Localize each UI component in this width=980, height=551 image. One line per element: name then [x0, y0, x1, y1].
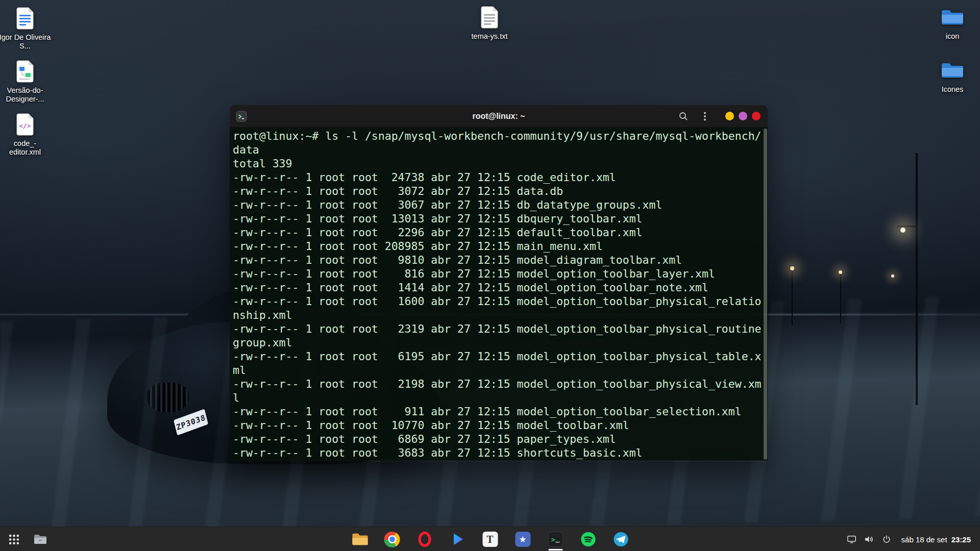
desktop-icon-icon-folder[interactable]: icon — [926, 5, 979, 41]
terminal-line: -rw-r--r-- 1 root root 2296 abr 27 12:15… — [233, 226, 761, 239]
minimize-button[interactable] — [725, 112, 734, 120]
desktop-icon-icones-folder[interactable]: Icones — [926, 58, 979, 94]
desktop-icon-label: icon — [946, 32, 960, 41]
spotify-icon — [580, 531, 596, 547]
text-editor-icon: T — [482, 532, 498, 547]
dock-opera-button[interactable] — [413, 527, 437, 551]
volume-icon[interactable] — [862, 527, 877, 551]
streetlight-glow — [891, 274, 894, 278]
file-manager-icon — [34, 533, 47, 545]
dock-files-button[interactable] — [348, 527, 372, 551]
power-icon[interactable] — [879, 527, 894, 551]
terminal-line: -rw-r--r-- 1 root root 2198 abr 27 12:15… — [233, 377, 761, 391]
telegram-icon — [612, 531, 629, 547]
desktop-icon-igor-de-oliveira[interactable]: Igor De Oliveira S... — [0, 6, 52, 50]
opera-icon — [419, 532, 431, 547]
terminal-line: -rw-r--r-- 1 root root 3067 abr 27 12:15… — [233, 198, 761, 212]
desktop-icon-label: tema-ys.txt — [472, 32, 508, 41]
dock-terminal-button[interactable]: >_ — [544, 527, 568, 551]
streetlight-glow — [839, 270, 842, 274]
streetlight-arm — [897, 226, 918, 227]
terminal-line: -rw-r--r-- 1 root root 24738 abr 27 12:1… — [233, 170, 761, 184]
taskbar-tray: sáb 18 de set 23:25 — [844, 527, 975, 551]
terminal-icon: >_ — [548, 532, 563, 547]
svg-text:</>: </> — [19, 122, 31, 130]
star-icon: ★ — [515, 532, 530, 547]
desktop-icon-code-editor-xml[interactable]: </> code_-editor.xml — [0, 112, 52, 156]
terminal-titlebar[interactable]: root@linux: ~ — [230, 105, 768, 128]
file-manager-button[interactable] — [29, 527, 52, 551]
clock-date: sáb 18 de set — [901, 535, 947, 544]
close-button[interactable] — [752, 112, 761, 120]
terminal-line: group.xml — [233, 336, 761, 349]
play-icon — [449, 531, 465, 547]
car-grille — [147, 383, 189, 412]
folder-icon — [940, 58, 965, 83]
scrollbar-thumb[interactable] — [764, 129, 767, 460]
clock[interactable]: sáb 18 de set 23:25 — [896, 535, 975, 544]
taskbar-dock: T ★ >_ — [348, 527, 633, 551]
terminal-line: -rw-r--r-- 1 root root 6195 abr 27 12:15… — [233, 349, 761, 363]
terminal-line: -rw-r--r-- 1 root root 911 abr 27 12:15 … — [233, 405, 761, 418]
terminal-line: -rw-r--r-- 1 root root 9810 abr 27 12:15… — [233, 253, 761, 267]
app-grid-button[interactable] — [2, 527, 26, 551]
terminal-scrollbar[interactable] — [764, 128, 767, 461]
terminal-line: -rw-r--r-- 1 root root 816 abr 27 12:15 … — [233, 267, 761, 281]
taskbar-launchers — [2, 527, 52, 551]
text-file-icon — [477, 5, 502, 30]
terminal-app-icon[interactable] — [236, 111, 247, 122]
dock-play-button[interactable] — [446, 527, 470, 551]
terminal-output[interactable]: root@linux:~# ls -l /snap/mysql-workbenc… — [230, 128, 768, 461]
terminal-line: -rw-r--r-- 1 root root 1600 abr 27 12:15… — [233, 294, 761, 308]
document-icon — [12, 6, 38, 31]
search-icon[interactable] — [677, 110, 690, 122]
dock-spotify-button[interactable] — [576, 527, 600, 551]
streetlight-pole — [840, 272, 841, 323]
streetlight-pole — [916, 153, 918, 405]
terminal-window: root@linux: ~ root@linux:~# ls -l /snap/… — [230, 105, 768, 461]
maximize-button[interactable] — [739, 112, 747, 120]
menu-kebab-icon[interactable] — [699, 110, 711, 122]
terminal-line: -rw-r--r-- 1 root root 6869 abr 27 12:15… — [233, 432, 761, 446]
terminal-line: l — [233, 391, 761, 405]
terminal-line: -rw-r--r-- 1 root root 13013 abr 27 12:1… — [233, 212, 761, 226]
files-icon — [351, 532, 368, 547]
license-plate: ZP3038 — [174, 409, 208, 435]
streetlight-pole — [792, 269, 793, 325]
terminal-line: -rw-r--r-- 1 root root 3072 abr 27 12:15… — [233, 184, 761, 198]
taskbar: T ★ >_ sáb 18 de set 23:25 — [0, 527, 980, 551]
terminal-line: -rw-r--r-- 1 root root 10770 abr 27 12:1… — [233, 418, 761, 432]
terminal-line: ml — [233, 363, 761, 377]
dock-favorites-button[interactable]: ★ — [511, 527, 535, 551]
terminal-line: nship.xml — [233, 308, 761, 322]
terminal-line: total 339 — [233, 157, 761, 170]
terminal-line: root@linux:~# ls -l /snap/mysql-workbenc… — [233, 129, 761, 143]
dock-text-editor-button[interactable]: T — [478, 527, 502, 551]
terminal-line: -rw-r--r-- 1 root root 3683 abr 27 12:15… — [233, 446, 761, 460]
desktop-icon-label: Icones — [942, 85, 964, 94]
desktop-icon-label: Versão-do-Designer-... — [0, 86, 52, 103]
streetlight-glow — [790, 266, 794, 270]
dock-chrome-button[interactable] — [380, 527, 404, 551]
desktop-icon-versao-designer[interactable]: Versão-do-Designer-... — [0, 59, 52, 103]
dock-telegram-button[interactable] — [609, 527, 633, 551]
clock-time: 23:25 — [951, 535, 971, 544]
terminal-line: data — [233, 143, 761, 157]
terminal-line: -rw-r--r-- 1 root root 1414 abr 27 12:15… — [233, 281, 761, 294]
desktop-icon-label: code_-editor.xml — [0, 139, 52, 156]
desktop-icon-tema-ys-txt[interactable]: tema-ys.txt — [463, 5, 516, 41]
terminal-line: -rw-r--r-- 1 root root 208985 abr 27 12:… — [233, 239, 761, 253]
display-icon[interactable] — [844, 527, 860, 551]
streetlight-glow — [900, 228, 905, 233]
document-icon — [12, 59, 38, 84]
folder-icon — [940, 5, 965, 30]
chrome-icon — [384, 532, 400, 547]
desktop-icon-label: Igor De Oliveira S... — [0, 33, 52, 50]
terminal-line: -rw-r--r-- 1 root root 2319 abr 27 12:15… — [233, 322, 761, 336]
app-grid-icon — [9, 535, 19, 544]
document-icon: </> — [12, 112, 38, 137]
